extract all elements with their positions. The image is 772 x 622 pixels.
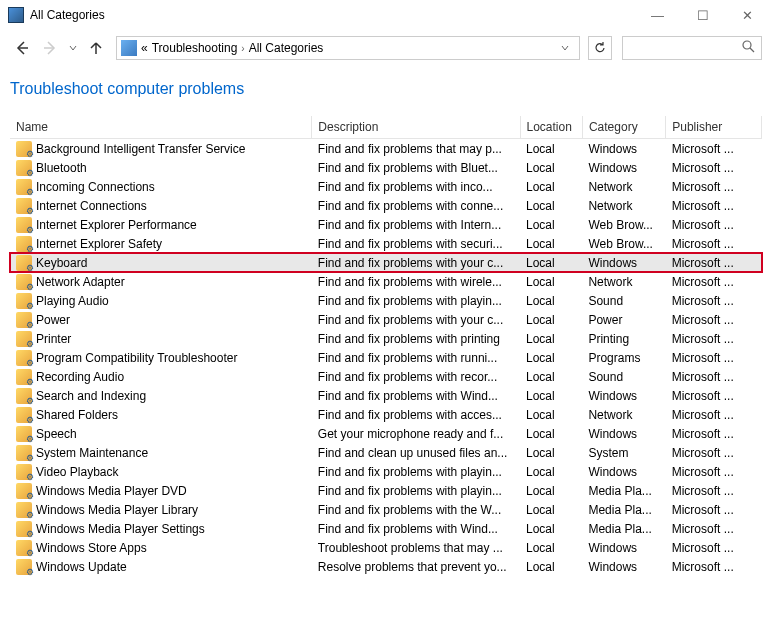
table-row[interactable]: KeyboardFind and fix problems with your … <box>10 253 762 272</box>
row-name-label: Background Intelligent Transfer Service <box>36 142 245 156</box>
cell-category: Windows <box>582 424 665 443</box>
troubleshooter-icon <box>16 521 32 537</box>
column-header-name[interactable]: Name <box>10 116 312 139</box>
navigation-bar: « Troubleshooting › All Categories <box>0 30 772 66</box>
cell-category: Programs <box>582 348 665 367</box>
column-header-publisher[interactable]: Publisher <box>666 116 762 139</box>
troubleshooter-icon <box>16 540 32 556</box>
table-row[interactable]: Shared FoldersFind and fix problems with… <box>10 405 762 424</box>
forward-button[interactable] <box>38 36 62 60</box>
table-row[interactable]: PrinterFind and fix problems with printi… <box>10 329 762 348</box>
cell-category: Windows <box>582 557 665 576</box>
up-button[interactable] <box>84 36 108 60</box>
cell-name: Network Adapter <box>10 272 300 291</box>
cell-name: Printer <box>10 329 300 348</box>
column-header-description[interactable]: Description <box>312 116 520 139</box>
cell-publisher: Microsoft ... <box>666 557 762 576</box>
cell-description: Find and fix problems with wirele... <box>312 272 520 291</box>
cell-location: Local <box>520 158 582 177</box>
back-button[interactable] <box>10 36 34 60</box>
troubleshooter-icon <box>16 217 32 233</box>
search-input[interactable] <box>622 36 762 60</box>
window-controls: — ☐ ✕ <box>635 0 770 30</box>
cell-description: Find and fix problems with printing <box>312 329 520 348</box>
table-row[interactable]: Windows UpdateResolve problems that prev… <box>10 557 762 576</box>
cell-location: Local <box>520 519 582 538</box>
table-row[interactable]: Internet Explorer SafetyFind and fix pro… <box>10 234 762 253</box>
cell-location: Local <box>520 481 582 500</box>
arrow-right-icon <box>42 40 58 56</box>
table-row[interactable]: Network AdapterFind and fix problems wit… <box>10 272 762 291</box>
table-row[interactable]: Video PlaybackFind and fix problems with… <box>10 462 762 481</box>
cell-category: Windows <box>582 386 665 405</box>
row-name-label: Power <box>36 313 70 327</box>
refresh-button[interactable] <box>588 36 612 60</box>
column-header-location[interactable]: Location <box>520 116 582 139</box>
cell-description: Find and fix problems with acces... <box>312 405 520 424</box>
row-name-label: Keyboard <box>36 256 87 270</box>
history-dropdown[interactable] <box>66 36 80 60</box>
cell-category: Windows <box>582 158 665 177</box>
cell-publisher: Microsoft ... <box>666 253 762 272</box>
table-row[interactable]: BluetoothFind and fix problems with Blue… <box>10 158 762 177</box>
table-row[interactable]: Recording AudioFind and fix problems wit… <box>10 367 762 386</box>
cell-description: Find and fix problems with Intern... <box>312 215 520 234</box>
window-title: All Categories <box>30 8 635 22</box>
table-row[interactable]: Program Compatibility TroubleshooterFind… <box>10 348 762 367</box>
breadcrumb-item[interactable]: Troubleshooting <box>152 41 238 55</box>
table-row[interactable]: Windows Media Player SettingsFind and fi… <box>10 519 762 538</box>
cell-name: Windows Media Player Library <box>10 500 300 519</box>
table-row[interactable]: PowerFind and fix problems with your c..… <box>10 310 762 329</box>
table-row[interactable]: Internet ConnectionsFind and fix problem… <box>10 196 762 215</box>
page-title: Troubleshoot computer problems <box>10 80 762 98</box>
breadcrumb-item[interactable]: All Categories <box>249 41 324 55</box>
cell-location: Local <box>520 253 582 272</box>
location-icon <box>121 40 137 56</box>
troubleshooter-icon <box>16 464 32 480</box>
close-button[interactable]: ✕ <box>725 0 770 30</box>
address-bar[interactable]: « Troubleshooting › All Categories <box>116 36 580 60</box>
cell-publisher: Microsoft ... <box>666 291 762 310</box>
cell-description: Find and fix problems with Bluet... <box>312 158 520 177</box>
cell-location: Local <box>520 215 582 234</box>
cell-category: Web Brow... <box>582 234 665 253</box>
table-row[interactable]: SpeechGet your microphone ready and f...… <box>10 424 762 443</box>
cell-publisher: Microsoft ... <box>666 310 762 329</box>
row-name-label: Program Compatibility Troubleshooter <box>36 351 237 365</box>
cell-publisher: Microsoft ... <box>666 177 762 196</box>
chevron-down-icon <box>561 44 569 52</box>
cell-location: Local <box>520 272 582 291</box>
cell-publisher: Microsoft ... <box>666 405 762 424</box>
search-icon <box>742 40 755 56</box>
content-area: Troubleshoot computer problems Name Desc… <box>0 66 772 576</box>
table-row[interactable]: Playing AudioFind and fix problems with … <box>10 291 762 310</box>
cell-category: Media Pla... <box>582 481 665 500</box>
table-row[interactable]: Windows Media Player DVDFind and fix pro… <box>10 481 762 500</box>
troubleshooter-icon <box>16 198 32 214</box>
troubleshooter-icon <box>16 388 32 404</box>
cell-location: Local <box>520 329 582 348</box>
cell-description: Resolve problems that prevent yo... <box>312 557 520 576</box>
table-row[interactable]: Search and IndexingFind and fix problems… <box>10 386 762 405</box>
address-dropdown[interactable] <box>555 41 575 55</box>
troubleshooter-icon <box>16 331 32 347</box>
cell-category: Windows <box>582 139 665 159</box>
table-row[interactable]: Windows Store AppsTroubleshoot problems … <box>10 538 762 557</box>
table-row[interactable]: System MaintenanceFind and clean up unus… <box>10 443 762 462</box>
row-name-label: Windows Media Player Settings <box>36 522 205 536</box>
cell-category: System <box>582 443 665 462</box>
minimize-button[interactable]: — <box>635 0 680 30</box>
row-name-label: Internet Explorer Safety <box>36 237 162 251</box>
cell-location: Local <box>520 386 582 405</box>
maximize-button[interactable]: ☐ <box>680 0 725 30</box>
cell-publisher: Microsoft ... <box>666 443 762 462</box>
table-row[interactable]: Windows Media Player LibraryFind and fix… <box>10 500 762 519</box>
cell-name: Incoming Connections <box>10 177 300 196</box>
breadcrumb-root[interactable]: « <box>141 41 148 55</box>
row-name-label: Windows Media Player DVD <box>36 484 187 498</box>
table-row[interactable]: Internet Explorer PerformanceFind and fi… <box>10 215 762 234</box>
table-row[interactable]: Incoming ConnectionsFind and fix problem… <box>10 177 762 196</box>
table-row[interactable]: Background Intelligent Transfer ServiceF… <box>10 139 762 159</box>
column-header-category[interactable]: Category <box>582 116 665 139</box>
cell-name: Program Compatibility Troubleshooter <box>10 348 300 367</box>
